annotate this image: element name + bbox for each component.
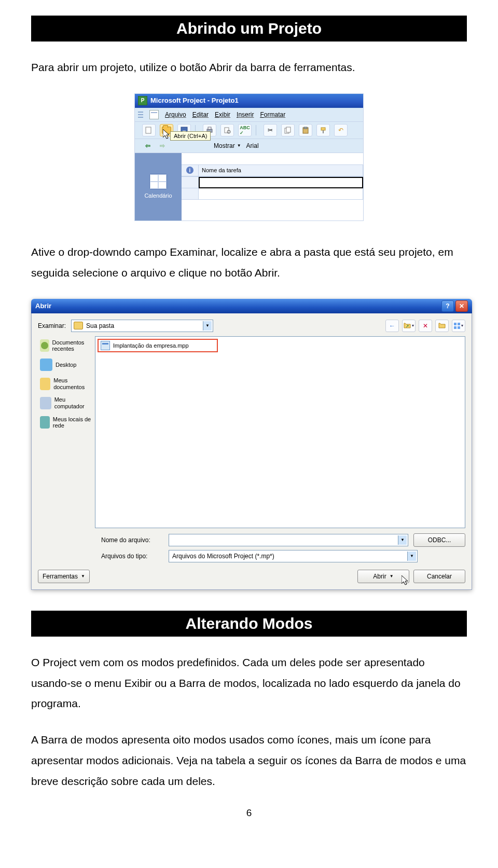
menu-exibir[interactable]: Exibir [215, 111, 230, 118]
mostrar-dropdown[interactable]: Mostrar▼ [214, 142, 241, 149]
folder-icon [74, 322, 83, 329]
close-button[interactable]: ✕ [455, 300, 468, 312]
back-button[interactable]: ⇦ [143, 141, 153, 150]
spellcheck-button[interactable]: ABC✓ [238, 124, 252, 136]
cut-button[interactable]: ✂ [264, 124, 277, 136]
new-button[interactable] [142, 124, 156, 136]
place-desktop[interactable]: Desktop [38, 355, 95, 374]
delete-button[interactable]: ✕ [419, 320, 432, 332]
font-dropdown[interactable]: Arial [246, 142, 259, 149]
info-icon: i [186, 167, 193, 174]
svg-rect-17 [458, 326, 460, 329]
toolbar-grip-icon [138, 111, 143, 119]
cursor-icon [402, 575, 410, 587]
back-button[interactable]: ← [385, 320, 399, 332]
figure-toolbar: P Microsoft Project - Projeto1 Arquivo E… [31, 93, 467, 221]
window-title: Microsoft Project - Projeto1 [150, 97, 239, 104]
views-button[interactable] [452, 320, 465, 332]
new-folder-button[interactable] [435, 320, 449, 332]
place-mypc[interactable]: Meu computador [38, 393, 95, 412]
help-button[interactable]: ? [441, 300, 454, 312]
document-icon [149, 110, 159, 119]
svg-rect-11 [321, 128, 325, 130]
calendar-icon[interactable] [149, 174, 167, 189]
undo-button[interactable]: ↶ [334, 124, 348, 136]
filetype-label: Arquivos do tipo: [101, 553, 163, 560]
format-painter-button[interactable] [316, 124, 330, 136]
svg-rect-4 [208, 127, 211, 129]
paragraph-2: Ative o drop-downdo campo Examinar, loca… [31, 242, 467, 283]
copy-button[interactable] [281, 124, 295, 136]
file-item-selected[interactable]: Implantação da empresa.mpp [98, 339, 218, 352]
svg-rect-10 [304, 127, 307, 129]
menu-arquivo[interactable]: Arquivo [165, 111, 186, 118]
svg-rect-12 [323, 130, 324, 133]
desktop-icon [40, 359, 52, 371]
indicator-column-header: i [182, 165, 199, 176]
filetype-dropdown[interactable]: Arquivos do Microsoft Project (*.mp*)▼ [169, 550, 418, 562]
cancelar-button[interactable]: Cancelar [413, 570, 465, 583]
menu-inserir[interactable]: Inserir [237, 111, 254, 118]
fwd-button[interactable]: ⇨ [158, 141, 167, 150]
chevron-down-icon: ▼ [398, 535, 407, 545]
svg-marker-18 [402, 575, 408, 585]
abrir-button[interactable]: Abrir▼ [357, 570, 409, 583]
heading-alterando: Alterando Modos [31, 611, 467, 637]
paste-button[interactable] [299, 124, 312, 136]
menu-bar: Arquivo Editar Exibir Inserir Formatar [135, 108, 363, 122]
network-icon [40, 416, 50, 429]
ms-project-icon: P [138, 96, 147, 105]
place-mydocs[interactable]: Meus documentos [38, 374, 95, 393]
task-name-column-header: Nome da tarefa [199, 165, 363, 176]
svg-rect-0 [146, 127, 151, 133]
place-network[interactable]: Meus locais de rede [38, 413, 95, 432]
recent-docs-icon [40, 339, 49, 352]
formatting-toolbar: ⇦ ⇨ Mostrar▼ Arial [135, 139, 363, 153]
print-preview-button[interactable] [220, 124, 234, 136]
ferramentas-button[interactable]: Ferramentas▼ [38, 570, 90, 583]
file-name: Implantação da empresa.mpp [113, 342, 189, 349]
task-sheet: i Nome da tarefa [182, 153, 363, 221]
filename-input[interactable]: ▼ [169, 534, 408, 546]
paragraph-1: Para abrir um projeto, utilize o botão A… [31, 57, 467, 78]
examinar-value: Sua pasta [86, 322, 114, 329]
examinar-dropdown[interactable]: Sua pasta ▼ [71, 320, 213, 332]
dialog-title: Abrir [35, 302, 51, 310]
window-titlebar: P Microsoft Project - Projeto1 [135, 94, 363, 108]
svg-rect-14 [454, 323, 457, 325]
svg-rect-15 [458, 323, 460, 325]
paragraph-3: O Project vem com os modos predefinidos.… [31, 652, 467, 714]
view-bar: Calendário [135, 153, 182, 221]
svg-rect-16 [454, 326, 457, 329]
row-header [182, 188, 199, 200]
separator [256, 125, 259, 135]
chevron-down-icon: ▼ [203, 321, 212, 330]
folder-icon [40, 378, 50, 390]
task-cell[interactable] [199, 188, 363, 200]
file-list[interactable]: Implantação da empresa.mpp [95, 336, 465, 528]
menu-editar[interactable]: Editar [192, 111, 209, 118]
heading-abrindo: Abrindo um Projeto [31, 16, 467, 42]
filename-label: Nome do arquivo: [101, 536, 163, 544]
place-recent[interactable]: Documentos recentes [38, 336, 95, 355]
open-tooltip: Abrir (Ctrl+A) [170, 131, 211, 141]
page-number: 6 [31, 807, 467, 819]
standard-toolbar: ABC✓ ✂ ↶ Abrir (Ctrl+A) [135, 122, 363, 139]
svg-marker-13 [163, 129, 169, 139]
row-header [182, 177, 199, 188]
menu-formatar[interactable]: Formatar [260, 111, 285, 118]
up-button[interactable] [402, 320, 416, 332]
svg-rect-8 [286, 127, 290, 132]
examinar-label: Examinar: [38, 322, 66, 329]
places-bar: Documentos recentes Desktop Meus documen… [38, 336, 95, 528]
odbc-button[interactable]: ODBC... [413, 533, 465, 547]
paragraph-4: A Barra de modos apresenta oito modos us… [31, 729, 467, 792]
figure-open-dialog: Abrir ? ✕ Examinar: Sua pasta ▼ ← [31, 299, 467, 590]
calendar-label[interactable]: Calendário [144, 192, 172, 199]
dialog-titlebar: Abrir ? ✕ [31, 299, 472, 313]
mpp-file-icon [101, 341, 110, 350]
task-cell[interactable] [199, 177, 363, 188]
chevron-down-icon: ▼ [407, 552, 416, 561]
computer-icon [40, 397, 51, 409]
